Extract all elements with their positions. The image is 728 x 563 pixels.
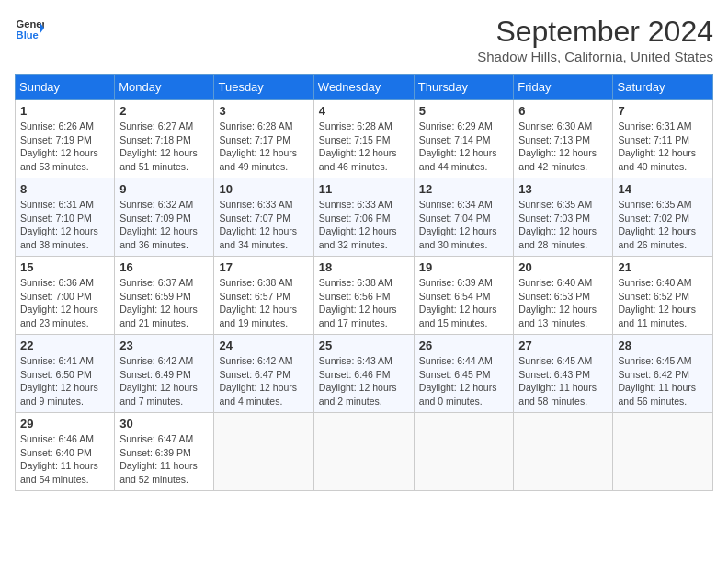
sunset-label: Sunset: 7:13 PM bbox=[518, 134, 590, 145]
day-info: Sunrise: 6:28 AM Sunset: 7:17 PM Dayligh… bbox=[219, 120, 308, 174]
sunset-label: Sunset: 7:11 PM bbox=[618, 134, 689, 145]
calendar-cell: 11 Sunrise: 6:33 AM Sunset: 7:06 PM Dayl… bbox=[313, 178, 414, 257]
sunset-label: Sunset: 7:18 PM bbox=[119, 134, 191, 145]
week-row-1: 1 Sunrise: 6:26 AM Sunset: 7:19 PM Dayli… bbox=[16, 100, 713, 178]
sunrise-label: Sunrise: 6:32 AM bbox=[119, 199, 193, 210]
day-info: Sunrise: 6:36 AM Sunset: 7:00 PM Dayligh… bbox=[20, 276, 109, 330]
calendar-table: Sunday Monday Tuesday Wednesday Thursday… bbox=[15, 74, 713, 491]
week-row-5: 29 Sunrise: 6:46 AM Sunset: 6:40 PM Dayl… bbox=[16, 413, 713, 491]
day-info: Sunrise: 6:33 AM Sunset: 7:07 PM Dayligh… bbox=[219, 198, 308, 252]
sunrise-label: Sunrise: 6:34 AM bbox=[419, 199, 493, 210]
day-info: Sunrise: 6:38 AM Sunset: 6:57 PM Dayligh… bbox=[219, 276, 308, 330]
sunset-label: Sunset: 7:15 PM bbox=[319, 134, 391, 145]
day-info: Sunrise: 6:38 AM Sunset: 6:56 PM Dayligh… bbox=[319, 276, 409, 330]
day-info: Sunrise: 6:40 AM Sunset: 6:52 PM Dayligh… bbox=[618, 276, 708, 330]
calendar-cell bbox=[514, 413, 613, 491]
day-info: Sunrise: 6:26 AM Sunset: 7:19 PM Dayligh… bbox=[20, 120, 109, 174]
day-info: Sunrise: 6:47 AM Sunset: 6:39 PM Dayligh… bbox=[119, 432, 209, 487]
calendar-cell: 12 Sunrise: 6:34 AM Sunset: 7:04 PM Dayl… bbox=[414, 178, 514, 257]
calendar-cell: 17 Sunrise: 6:38 AM Sunset: 6:57 PM Dayl… bbox=[214, 257, 313, 335]
sunrise-label: Sunrise: 6:36 AM bbox=[20, 277, 94, 288]
calendar-cell: 7 Sunrise: 6:31 AM Sunset: 7:11 PM Dayli… bbox=[613, 100, 713, 178]
day-info: Sunrise: 6:45 AM Sunset: 6:43 PM Dayligh… bbox=[518, 354, 608, 408]
daylight-label: Daylight: 12 hours and 40 minutes. bbox=[618, 147, 696, 172]
daylight-label: Daylight: 12 hours and 13 minutes. bbox=[518, 304, 597, 328]
sunrise-label: Sunrise: 6:33 AM bbox=[219, 199, 292, 210]
calendar-cell: 23 Sunrise: 6:42 AM Sunset: 6:49 PM Dayl… bbox=[115, 335, 214, 413]
day-info: Sunrise: 6:37 AM Sunset: 6:59 PM Dayligh… bbox=[119, 276, 209, 330]
sunset-label: Sunset: 6:47 PM bbox=[219, 369, 290, 380]
sunset-label: Sunset: 6:59 PM bbox=[119, 291, 191, 302]
daylight-label: Daylight: 12 hours and 28 minutes. bbox=[518, 225, 597, 250]
day-info: Sunrise: 6:35 AM Sunset: 7:03 PM Dayligh… bbox=[518, 198, 608, 252]
calendar-cell: 29 Sunrise: 6:46 AM Sunset: 6:40 PM Dayl… bbox=[16, 413, 115, 491]
daylight-label: Daylight: 12 hours and 11 minutes. bbox=[618, 304, 696, 328]
calendar-cell: 10 Sunrise: 6:33 AM Sunset: 7:07 PM Dayl… bbox=[214, 178, 313, 257]
sunset-label: Sunset: 6:45 PM bbox=[419, 369, 491, 380]
sunset-label: Sunset: 6:39 PM bbox=[119, 447, 191, 458]
calendar-cell: 6 Sunrise: 6:30 AM Sunset: 7:13 PM Dayli… bbox=[514, 100, 613, 178]
sunrise-label: Sunrise: 6:40 AM bbox=[618, 277, 691, 288]
calendar-header-row: Sunday Monday Tuesday Wednesday Thursday… bbox=[16, 75, 713, 100]
daylight-label: Daylight: 11 hours and 58 minutes. bbox=[518, 382, 597, 407]
day-number: 30 bbox=[119, 417, 209, 431]
day-info: Sunrise: 6:39 AM Sunset: 6:54 PM Dayligh… bbox=[419, 276, 509, 330]
calendar-cell: 27 Sunrise: 6:45 AM Sunset: 6:43 PM Dayl… bbox=[514, 335, 613, 413]
sunset-label: Sunset: 6:46 PM bbox=[319, 369, 391, 380]
day-number: 5 bbox=[419, 104, 509, 118]
day-number: 24 bbox=[219, 339, 308, 352]
daylight-label: Daylight: 11 hours and 52 minutes. bbox=[119, 460, 198, 485]
day-info: Sunrise: 6:42 AM Sunset: 6:49 PM Dayligh… bbox=[119, 354, 209, 408]
day-number: 27 bbox=[518, 339, 608, 352]
sunrise-label: Sunrise: 6:33 AM bbox=[319, 199, 392, 210]
daylight-label: Daylight: 12 hours and 15 minutes. bbox=[419, 304, 497, 328]
sunrise-label: Sunrise: 6:38 AM bbox=[219, 277, 292, 288]
sunrise-label: Sunrise: 6:37 AM bbox=[119, 277, 193, 288]
sunset-label: Sunset: 6:49 PM bbox=[119, 369, 191, 380]
daylight-label: Daylight: 12 hours and 23 minutes. bbox=[20, 304, 98, 328]
day-info: Sunrise: 6:27 AM Sunset: 7:18 PM Dayligh… bbox=[119, 120, 209, 174]
col-sunday: Sunday bbox=[16, 75, 115, 100]
sunrise-label: Sunrise: 6:30 AM bbox=[518, 121, 592, 132]
daylight-label: Daylight: 12 hours and 0 minutes. bbox=[419, 382, 497, 407]
week-row-2: 8 Sunrise: 6:31 AM Sunset: 7:10 PM Dayli… bbox=[16, 178, 713, 257]
calendar-cell: 5 Sunrise: 6:29 AM Sunset: 7:14 PM Dayli… bbox=[414, 100, 514, 178]
day-number: 16 bbox=[119, 260, 209, 274]
daylight-label: Daylight: 12 hours and 4 minutes. bbox=[219, 382, 297, 407]
daylight-label: Daylight: 12 hours and 26 minutes. bbox=[618, 225, 696, 250]
sunrise-label: Sunrise: 6:27 AM bbox=[119, 121, 193, 132]
calendar-cell bbox=[313, 413, 414, 491]
day-info: Sunrise: 6:30 AM Sunset: 7:13 PM Dayligh… bbox=[518, 120, 608, 174]
sunset-label: Sunset: 7:17 PM bbox=[219, 134, 290, 145]
day-number: 28 bbox=[618, 339, 708, 352]
day-info: Sunrise: 6:35 AM Sunset: 7:02 PM Dayligh… bbox=[618, 198, 708, 252]
day-info: Sunrise: 6:40 AM Sunset: 6:53 PM Dayligh… bbox=[518, 276, 608, 330]
col-wednesday: Wednesday bbox=[313, 75, 414, 100]
daylight-label: Daylight: 12 hours and 9 minutes. bbox=[20, 382, 98, 407]
day-number: 9 bbox=[119, 182, 209, 196]
day-number: 4 bbox=[319, 104, 409, 118]
header: General Blue September 2024 Shadow Hills… bbox=[15, 15, 713, 64]
daylight-label: Daylight: 12 hours and 19 minutes. bbox=[219, 304, 297, 328]
calendar-cell bbox=[414, 413, 514, 491]
sunrise-label: Sunrise: 6:45 AM bbox=[618, 355, 691, 366]
logo: General Blue bbox=[15, 15, 44, 44]
daylight-label: Daylight: 12 hours and 51 minutes. bbox=[119, 147, 198, 172]
calendar-cell: 22 Sunrise: 6:41 AM Sunset: 6:50 PM Dayl… bbox=[16, 335, 115, 413]
sunset-label: Sunset: 7:06 PM bbox=[319, 213, 391, 224]
sunset-label: Sunset: 6:54 PM bbox=[419, 291, 491, 302]
sunset-label: Sunset: 6:52 PM bbox=[618, 291, 689, 302]
day-info: Sunrise: 6:31 AM Sunset: 7:10 PM Dayligh… bbox=[20, 198, 109, 252]
day-info: Sunrise: 6:28 AM Sunset: 7:15 PM Dayligh… bbox=[319, 120, 409, 174]
logo-icon: General Blue bbox=[15, 15, 44, 44]
day-number: 2 bbox=[119, 104, 209, 118]
sunrise-label: Sunrise: 6:31 AM bbox=[618, 121, 691, 132]
day-info: Sunrise: 6:32 AM Sunset: 7:09 PM Dayligh… bbox=[119, 198, 209, 252]
calendar-cell: 3 Sunrise: 6:28 AM Sunset: 7:17 PM Dayli… bbox=[214, 100, 313, 178]
calendar-body: 1 Sunrise: 6:26 AM Sunset: 7:19 PM Dayli… bbox=[16, 100, 713, 491]
col-friday: Friday bbox=[514, 75, 613, 100]
sunset-label: Sunset: 7:14 PM bbox=[419, 134, 491, 145]
daylight-label: Daylight: 12 hours and 53 minutes. bbox=[20, 147, 98, 172]
sunrise-label: Sunrise: 6:46 AM bbox=[20, 433, 94, 444]
sunset-label: Sunset: 7:03 PM bbox=[518, 213, 590, 224]
